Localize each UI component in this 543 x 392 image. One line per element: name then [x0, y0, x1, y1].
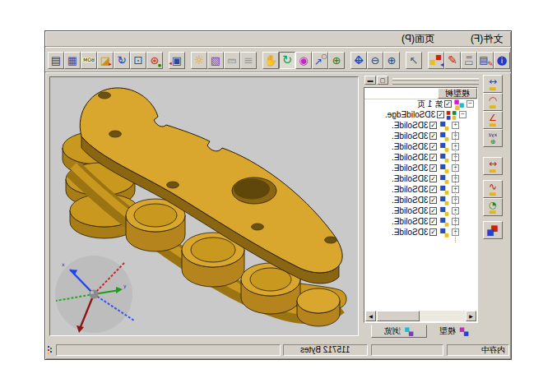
panel-drag-grip2[interactable] [392, 81, 479, 85]
zoom-pointer-button[interactable]: ↗○ [312, 52, 328, 69]
tree-row[interactable]: 3DSolidE.✓■■+ [364, 173, 477, 184]
zoom-in-button[interactable]: ⊕ [383, 52, 400, 69]
tree-row-label: 3DSolidE. [392, 164, 428, 173]
menu-file[interactable]: 文件(F) [471, 32, 503, 46]
workspace: x y z ▬ ▢ 模型树 [45, 73, 511, 343]
rotate-view-button[interactable]: ↻ [279, 52, 295, 69]
light-toggle-button[interactable]: ☼ [191, 52, 207, 69]
scroll-left-button[interactable]: ◀ [365, 311, 376, 321]
tree-expand-toggle[interactable]: − [459, 111, 466, 118]
tree-row[interactable]: 3DSolidE.✓■■+ [364, 216, 477, 227]
tree-expand-toggle[interactable]: − [466, 100, 474, 108]
panel-minimize-button[interactable]: ▬ [364, 76, 376, 85]
report-table-button[interactable]: ▤ [48, 52, 64, 69]
zoom-window-button[interactable]: ⊕ [328, 52, 345, 69]
tree-title: 模型树 [445, 89, 470, 98]
tab-model[interactable]: 模型 ■■ [430, 325, 478, 338]
dimension-toolbar: ↔▬◠▬∠▬xyz⊕↔▬∿▬◔▬■■ [483, 75, 504, 239]
tree-header: 模型树 [364, 88, 477, 99]
tree-row[interactable]: 3DSolidE.✓■■+ [364, 152, 477, 163]
about-info-button[interactable]: ●i [494, 52, 510, 69]
status-grip-icon [48, 346, 49, 348]
tree-row-checkbox[interactable]: ✓ [429, 154, 437, 161]
display-settings-button[interactable]: ⊡ [130, 52, 146, 69]
print-preview-button[interactable]: ▦ [64, 52, 81, 69]
svg-text:z: z [76, 334, 78, 335]
feature-cube-icon: ■■ [439, 153, 450, 163]
panel-dock-bar: ▬ ▢ [363, 75, 480, 86]
tree-row-checkbox[interactable]: ✓ [429, 132, 437, 140]
scroll-thumb[interactable] [377, 311, 420, 321]
tree-rows: 第 1 页✓■■■−3DSolidEdge.✓■■■■−3DSolidE.✓■■… [364, 99, 477, 238]
distance-measure-button[interactable]: ↔▬ [483, 157, 503, 175]
tree-row-checkbox[interactable]: ✓ [429, 122, 437, 129]
tree-row[interactable]: 3DSolidE.✓■■+ [364, 227, 477, 238]
panel-restore-button[interactable]: ▢ [377, 76, 388, 85]
assembly-tools-button[interactable]: ⊛● [146, 52, 163, 69]
tree-row-checkbox[interactable]: ✓ [429, 143, 437, 150]
regenerate-button[interactable]: ↻2 [114, 52, 130, 69]
tree-row-label: 3DSolidE. [392, 228, 428, 237]
tree-row-label: 3DSolidEdge. [385, 110, 435, 119]
move-view-button[interactable]: ↔↕ [350, 52, 367, 69]
tree-row-checkbox[interactable]: ✓ [429, 228, 437, 236]
tree-row-checkbox[interactable]: ✓ [429, 175, 437, 182]
app-window: 页面(P) 文件(F) ▤▦BOM◪▸↻2⊡⊛●▣◂☼▧▭IMG≡✋↻◉↗○⊕↔… [44, 30, 512, 360]
angular-dimension-button[interactable]: ∠▬ [483, 111, 503, 129]
tree-connector-line [455, 131, 456, 242]
tab-browse[interactable]: 浏览 ■■ [371, 325, 427, 338]
tree-row[interactable]: 3DSolidE.✓■■+ [364, 184, 477, 195]
exit-environment-button[interactable]: ▣◂ [169, 52, 185, 69]
tree-row-checkbox[interactable]: ✓ [429, 218, 437, 225]
tree-row-checkbox[interactable]: ✓ [444, 100, 452, 108]
color-palette-button[interactable]: ■■◂ [428, 52, 444, 69]
tree-row[interactable]: 3DSolidE.✓■■+ [364, 205, 477, 216]
feature-cube-icon: ■■ [439, 121, 450, 131]
orbit-view-button[interactable]: ◉ [295, 52, 312, 69]
tree-row-checkbox[interactable]: ✓ [429, 207, 437, 214]
pan-view-button[interactable]: ✋ [262, 52, 279, 69]
scroll-right-button[interactable]: ▶ [466, 311, 476, 321]
radius-dimension-button[interactable]: ◠▬ [483, 93, 503, 111]
print-button[interactable]: ▭▬ [461, 52, 477, 69]
zoom-out-button[interactable]: ⊖ [367, 52, 383, 69]
edit-document-button[interactable]: ▤✎ [477, 52, 494, 69]
annotate-pen-button[interactable]: ✎ [444, 52, 461, 69]
image-tool-button[interactable]: ▭IMG [224, 52, 240, 69]
tree-row-checkbox[interactable]: ✓ [429, 164, 437, 172]
feature-cube-icon: ■■ [439, 196, 450, 205]
tree-hscrollbar: ◀ ▶ [365, 311, 476, 321]
tree-row[interactable]: 3DSolidE.✓■■+ [364, 131, 477, 141]
svg-text:x: x [62, 261, 65, 267]
curve-measure-button[interactable]: ∿▬ [483, 180, 503, 198]
tree-row[interactable]: 第 1 页✓■■■− [364, 99, 477, 109]
feature-cube-icon: ■■ [439, 228, 450, 238]
feature-cube-icon: ■■ [439, 174, 450, 184]
gauge-measure-button[interactable]: ◔▬ [483, 198, 503, 216]
tree-row-checkbox[interactable]: ✓ [429, 186, 437, 193]
tree-expand-toggle[interactable]: + [452, 122, 459, 129]
viewport-3d[interactable]: x y z [49, 76, 359, 336]
linear-dimension-button[interactable]: ↔▬ [483, 75, 503, 93]
tree-row[interactable]: 3DSolidE.✓■■+ [364, 120, 477, 131]
pages-cube-icon: ■■■ [453, 99, 465, 109]
select-pointer-button[interactable]: ↖ [406, 52, 422, 69]
layers-tool-button[interactable]: ≡ [240, 52, 257, 69]
solid-check-button[interactable]: ■■ [483, 221, 503, 239]
tree-row[interactable]: 3DSolidE.✓■■+ [364, 195, 477, 205]
tree-row-label: 3DSolidE. [392, 174, 428, 183]
menu-page[interactable]: 页面(P) [401, 32, 434, 46]
tree-row[interactable]: 3DSolidEdge.✓■■■■− [364, 109, 477, 120]
bom-table-button[interactable]: BOM [81, 52, 97, 69]
menu-bar: 页面(P) 文件(F) [45, 31, 511, 47]
coordinate-dimension-button[interactable]: xyz⊕ [483, 129, 503, 147]
tree-row[interactable]: 3DSolidE.✓■■+ [364, 141, 477, 152]
status-message-cell [56, 344, 281, 356]
tree-row-label: 3DSolidE. [392, 142, 428, 151]
part-edit-button[interactable]: ◪▸ [97, 52, 114, 69]
tree-row-label: 3DSolidE. [392, 217, 428, 226]
tree-row-checkbox[interactable]: ✓ [437, 111, 444, 118]
material-library-button[interactable]: ▧ [207, 52, 224, 69]
tree-row[interactable]: 3DSolidE.✓■■+ [364, 163, 477, 173]
tree-row-checkbox[interactable]: ✓ [429, 196, 437, 204]
